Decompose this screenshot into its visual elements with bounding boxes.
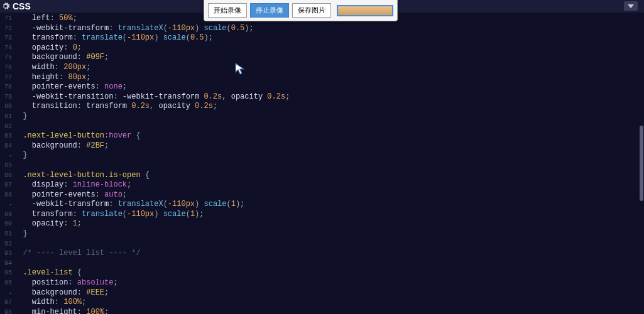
code-editor[interactable]: 7172737475767778798081828384858687888990… [0,13,644,314]
line-gutter: 7172737475767778798081828384858687888990… [0,13,14,314]
code-content[interactable]: left: 50%; -webkit-transform: translateX… [14,13,639,314]
panel-title: CSS [13,1,31,11]
recording-thumbnail[interactable] [337,5,393,16]
start-recording-button[interactable]: 开始录像 [208,3,247,18]
scrollbar[interactable] [639,13,644,314]
save-image-button[interactable]: 保存图片 [292,3,331,18]
scrollbar-thumb[interactable] [640,126,643,201]
panel-dropdown[interactable] [624,1,638,11]
recording-toolbar: 开始录像 停止录像 保存图片 [204,0,398,21]
gear-icon[interactable] [1,2,10,11]
stop-recording-button[interactable]: 停止录像 [250,3,289,18]
